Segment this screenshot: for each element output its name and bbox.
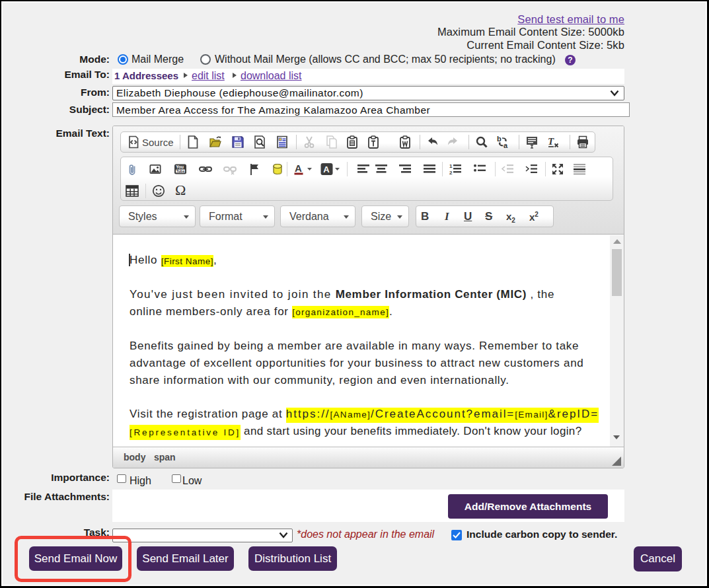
svg-text:Tube: Tube <box>176 169 185 173</box>
svg-text:a: a <box>504 141 508 149</box>
svg-text:T: T <box>548 136 554 147</box>
svg-text:A: A <box>295 163 302 174</box>
svg-text:A: A <box>323 165 330 174</box>
svg-text:1: 1 <box>449 163 453 169</box>
svg-text:b: b <box>497 135 502 143</box>
svg-text:2: 2 <box>449 170 453 176</box>
